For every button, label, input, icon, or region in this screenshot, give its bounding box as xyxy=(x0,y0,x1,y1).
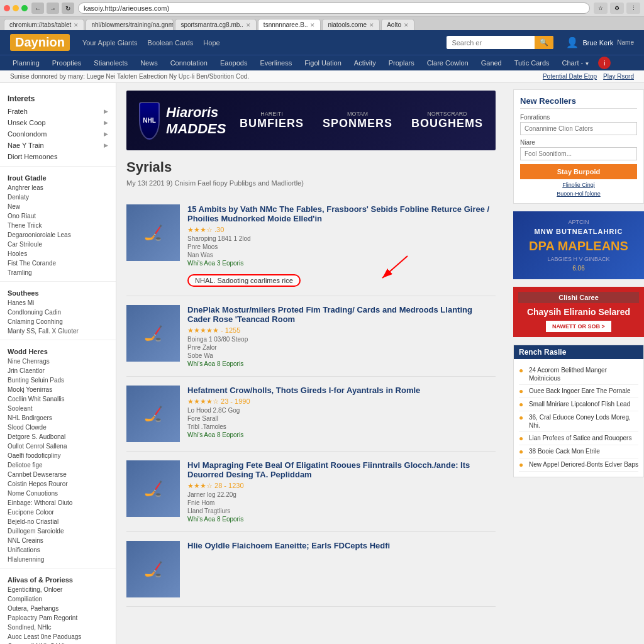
site-logo[interactable]: Daynion xyxy=(10,34,70,51)
sidebar-world-9[interactable]: Oullot Cenrol Sallena xyxy=(0,441,116,451)
nav-news[interactable]: News xyxy=(134,55,164,70)
sidebar-world-8[interactable]: Detgore S. Audbonal xyxy=(0,432,116,441)
sidebar-alias-1[interactable]: Compiliation xyxy=(0,594,116,604)
sidebar-item-naey[interactable]: Nae Y Train▶ xyxy=(0,140,116,151)
sidebar-alias-5[interactable]: Auoc Least 0ne Paoduags xyxy=(0,632,116,641)
tab-close-4[interactable]: ✕ xyxy=(310,22,315,28)
sidebar-world-21[interactable]: Hlalunenning xyxy=(0,555,116,564)
tab-4[interactable]: tsnnnnnaree.B..✕ xyxy=(258,19,321,30)
nav-clarec[interactable]: Clare Cowlon xyxy=(421,55,475,70)
more-button[interactable]: ⋮ xyxy=(626,3,640,14)
sidebar-item-coolon[interactable]: Coonlondom▶ xyxy=(0,128,116,140)
nav-connotation[interactable]: Connotation xyxy=(164,55,214,70)
email-input[interactable] xyxy=(520,147,637,160)
announce-link-1[interactable]: Potential Date Etop xyxy=(543,73,597,80)
maximize-dot[interactable] xyxy=(21,5,28,11)
ad-box-1[interactable]: APTCIN MNW BUTNEATLAHRIC DPA MAPLEANS LA… xyxy=(513,211,644,279)
recent-text-0[interactable]: 24 Acororn Belithed Manger Moitnicious xyxy=(529,366,638,382)
newsletter-submit-button[interactable]: Stay Burpoid xyxy=(520,164,637,179)
article-link-1[interactable]: Whi's Aoa 8 Eoporis xyxy=(187,360,496,367)
sidebar-trout-9[interactable]: Tramling xyxy=(0,268,116,277)
recent-text-1[interactable]: Ouee Back Ingoer Eare The Pornale xyxy=(529,387,631,395)
nav-proplars[interactable]: Proplars xyxy=(382,55,421,70)
sidebar-world-4[interactable]: Cocllin Whit Sanallis xyxy=(0,394,116,404)
settings-button[interactable]: ⚙ xyxy=(610,3,624,14)
sidebar-trout-1[interactable]: Denlaty xyxy=(0,192,116,202)
sidebar-world-15[interactable]: Einbage: Wthoral Oiuto xyxy=(0,498,116,508)
sidebar-world-16[interactable]: Eucipone Coloor xyxy=(0,508,116,517)
nav-stianolects[interactable]: Stianolects xyxy=(87,55,134,70)
sidebar-southees-3[interactable]: Manty SS, Fall. X Gluoter xyxy=(0,326,116,336)
sidebar-trout-6[interactable]: Car Striloule xyxy=(0,240,116,249)
article-title-2[interactable]: Hefatment Crow/holls, Thots Gireds I-for… xyxy=(187,386,496,395)
address-bar[interactable]: kasoiy.http://arieouses.com) xyxy=(78,3,590,14)
article-link-3[interactable]: Whi's Aoa 8 Eoporis xyxy=(187,516,496,523)
tab-close-5[interactable]: ✕ xyxy=(369,22,374,28)
nav-everliness[interactable]: Everliness xyxy=(253,55,298,70)
firstname-input[interactable] xyxy=(520,122,637,135)
sidebar-world-3[interactable]: Mookj Yoenirras xyxy=(0,385,116,394)
article-link-2[interactable]: Whi's Aoa 8 Eoporis xyxy=(187,431,496,438)
sidebar-item-unsek[interactable]: Unsek Coop▶ xyxy=(0,117,116,128)
sidebar-world-11[interactable]: Deliotoe fige xyxy=(0,460,116,470)
sidebar-alias-6[interactable]: Campneli NNL CAHle xyxy=(0,641,116,644)
recent-text-3[interactable]: 36, Cral Eduoce Coney Lods Moreg, Nhi. xyxy=(529,413,638,430)
nav-eaopods[interactable]: Eaopods xyxy=(214,55,253,70)
forward-button[interactable]: → xyxy=(47,3,59,14)
ad-box-2[interactable]: Clishi Caree Chaysih Eliranio Selared NA… xyxy=(513,287,644,337)
nav-chart[interactable]: Chart - xyxy=(556,55,596,70)
sidebar-trout-4[interactable]: Thene Triick xyxy=(0,221,116,230)
tab-close-1[interactable]: ✕ xyxy=(74,22,79,28)
article-title-4[interactable]: Hlie Oyldle Flaichoem Eaneitte; Earls FD… xyxy=(187,541,496,550)
recent-text-2[interactable]: Small Mniriare Lipcalonof Flish Lead xyxy=(529,400,630,408)
newsletter-link-2[interactable]: Buoon-Hol folone xyxy=(520,191,637,197)
nav-ganed[interactable]: Ganed xyxy=(475,55,508,70)
sidebar-trout-2[interactable]: New xyxy=(0,202,116,211)
nav-figol[interactable]: Figol Uation xyxy=(298,55,348,70)
sidebar-world-0[interactable]: Nine Chenrags xyxy=(0,357,116,366)
back-button[interactable]: ← xyxy=(31,3,44,14)
sidebar-alias-4[interactable]: Sondlned, NHlc xyxy=(0,623,116,632)
sidebar-world-7[interactable]: Slood Clowde xyxy=(0,423,116,432)
article-title-0[interactable]: 15 Ambits by Vath NMc The Fables, Frasbo… xyxy=(187,204,496,223)
nav-circle[interactable]: i xyxy=(598,57,611,69)
tab-5[interactable]: niatools.come✕ xyxy=(322,19,380,30)
search-input[interactable] xyxy=(447,36,535,49)
recent-text-6[interactable]: New Appel Deriored-Bonts Eclver Baps xyxy=(529,460,638,469)
tab-6[interactable]: Aolto✕ xyxy=(381,19,414,30)
sidebar-world-20[interactable]: Unifications xyxy=(0,545,116,555)
search-button[interactable]: 🔍 xyxy=(535,36,553,49)
sidebar-alias-3[interactable]: Paploactry Pam Regorint xyxy=(0,613,116,623)
sidebar-world-18[interactable]: Duillogem Saroiolde xyxy=(0,526,116,536)
nav-planning[interactable]: Planning xyxy=(6,55,46,70)
sidebar-item-frateh[interactable]: Frateh▶ xyxy=(0,106,116,117)
header-link-2[interactable]: Boolean Cards xyxy=(148,39,194,47)
ad-red-button[interactable]: NAWETT OR SOB > xyxy=(546,321,611,332)
newsletter-link-1[interactable]: Flinolie Cingi xyxy=(520,182,637,188)
minimize-dot[interactable] xyxy=(13,5,19,11)
sidebar-item-diort[interactable]: Diort Hemoones xyxy=(0,151,116,162)
sidebar-world-19[interactable]: NNL Creains xyxy=(0,536,116,545)
sidebar-world-17[interactable]: Bejeld-no Criastial xyxy=(0,517,116,526)
sidebar-trout-5[interactable]: Degaroonioroiale Leas xyxy=(0,230,116,240)
tab-1[interactable]: chromium://tabs/tablet✕ xyxy=(4,19,84,30)
sidebar-alias-2[interactable]: Outera, Paehangs xyxy=(0,604,116,613)
close-dot[interactable] xyxy=(4,5,10,11)
sidebar-world-13[interactable]: Coistin Hepos Rouror xyxy=(0,479,116,489)
article-title-3[interactable]: Hvl Mapraging Fete Beal Of Eligatint Roo… xyxy=(187,460,496,479)
article-link-0[interactable]: Whi's Aoa 3 Eoporis xyxy=(187,260,496,267)
sidebar-southees-1[interactable]: Condlonuing Cadin xyxy=(0,308,116,317)
recent-text-4[interactable]: Lian Profees of Satice and Rouopers xyxy=(529,434,631,442)
sidebar-trout-0[interactable]: Anghrer leas xyxy=(0,183,116,192)
header-link-3[interactable]: Hope xyxy=(203,39,219,47)
sidebar-trout-3[interactable]: Ono Riaut xyxy=(0,211,116,221)
refresh-button[interactable]: ↻ xyxy=(62,3,74,14)
tab-2[interactable]: nhl/blowmers/training/na.gnma.m.✕ xyxy=(86,19,174,30)
sidebar-southees-0[interactable]: Hanes Mi xyxy=(0,298,116,308)
nav-activity[interactable]: Activity xyxy=(348,55,382,70)
announce-link-2[interactable]: Play Rsord xyxy=(603,73,634,80)
sidebar-alias-0[interactable]: Egenticiting, Onloer xyxy=(0,585,116,594)
tab-close-6[interactable]: ✕ xyxy=(404,22,409,28)
article-title-1[interactable]: DnePlak Mostur/milers Proted Fim Trading… xyxy=(187,305,496,324)
sidebar-world-12[interactable]: Cannbet Dewserarse xyxy=(0,470,116,479)
